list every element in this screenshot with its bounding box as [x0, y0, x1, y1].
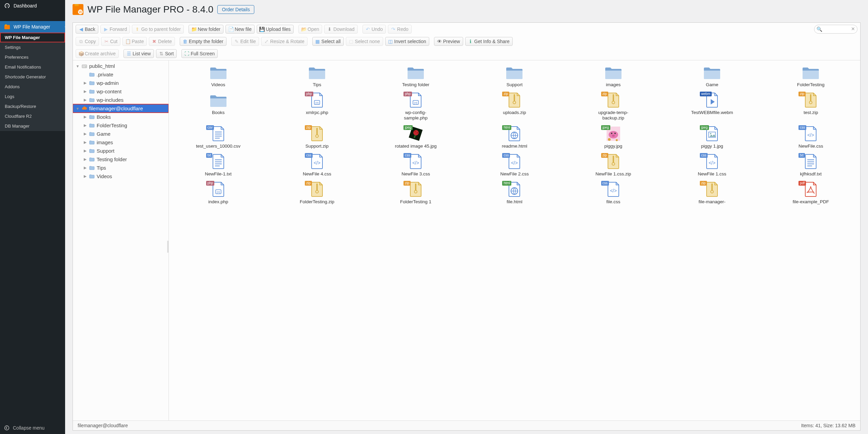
submenu-item-addons[interactable]: Addons — [0, 82, 65, 92]
tree-item-videos[interactable]: ▶Videos — [73, 172, 169, 181]
tree-item-images[interactable]: ▶images — [73, 138, 169, 147]
tree-item-game[interactable]: ▶Game — [73, 130, 169, 138]
tree-item-books[interactable]: ▶Books — [73, 113, 169, 121]
list-button[interactable]: ☰List view — [123, 49, 154, 58]
cut-button[interactable]: ✂Cut — [101, 37, 121, 46]
folder-icon — [89, 89, 95, 94]
tree-item-filemanager-cloudflare[interactable]: ▼filemanager@cloudflare — [73, 104, 169, 113]
file-label: piggy 1.jpg — [701, 144, 723, 149]
file-item[interactable]: </>cssfile.css — [565, 180, 662, 206]
preview-button[interactable]: 👁Preview — [434, 37, 463, 46]
file-item[interactable]: txtkjfhksdf.txt — [762, 152, 860, 178]
open-button[interactable]: 📂Open — [298, 25, 322, 34]
sidebar-item-wp-file-manager[interactable]: WP File Manager — [0, 21, 65, 33]
folder-icon — [307, 64, 327, 81]
file-label: NewFile 1.css.zip — [595, 171, 631, 177]
empty-button[interactable]: 🗑Empty the folder — [180, 37, 226, 46]
file-item[interactable]: </>cssNewFile 4.css — [268, 152, 366, 178]
submenu-item-cloudflare-r2[interactable]: Cloudflare R2 — [0, 111, 65, 121]
file-item[interactable]: jpegpiggy.jpg — [565, 124, 662, 150]
file-item[interactable]: jpegpiggy 1.jpg — [663, 124, 761, 150]
file-item[interactable]: htmlfile.html — [466, 180, 563, 206]
forward-button[interactable]: ▶Forward — [100, 25, 130, 34]
file-item[interactable]: Books — [170, 90, 267, 122]
file-item[interactable]: {α}phpindex.php — [170, 180, 267, 206]
tree-item-tips[interactable]: ▶Tips — [73, 164, 169, 172]
invert-button[interactable]: ◫Invert selection — [385, 37, 429, 46]
submenu-item-backup-restore[interactable]: Backup/Restore — [0, 101, 65, 111]
tree-item-wp-includes[interactable]: ▶wp-includes — [73, 96, 169, 104]
tree-item--private[interactable]: .private — [73, 70, 169, 79]
file-item[interactable]: ziptest.zip — [762, 90, 860, 122]
file-item[interactable]: </>cssNewFile 2.css — [466, 152, 563, 178]
arrow-left-icon: ◀ — [79, 27, 83, 32]
undo-button[interactable]: ↶Undo — [362, 25, 386, 34]
tree-item-wp-admin[interactable]: ▶wp-admin — [73, 79, 169, 87]
submenu-item-shortcode-generator[interactable]: Shortcode Generator — [0, 72, 65, 82]
sort-button[interactable]: ⇅Sort — [156, 49, 177, 58]
file-item[interactable]: {α}phpxmlrpc.php — [268, 90, 366, 122]
file-item[interactable]: zipFolderTesting.zip — [268, 180, 366, 206]
tree-item-wp-content[interactable]: ▶wp-content — [73, 87, 169, 96]
info-button[interactable]: ℹGet Info & Share — [465, 37, 513, 46]
submenu-item-logs[interactable]: Logs — [0, 92, 65, 101]
selectnone-button[interactable]: ▢Select none — [346, 37, 383, 46]
file-item[interactable]: Tips — [268, 62, 366, 89]
copy-button[interactable]: ⧉Copy — [76, 37, 99, 46]
file-item[interactable]: pdffile-example_PDF — [762, 180, 860, 206]
file-item[interactable]: zipFolderTesting 1 — [367, 180, 465, 206]
file-item[interactable]: htmlreadme.html — [466, 124, 563, 150]
submenu-item-email-notifications[interactable]: Email Notifications — [0, 62, 65, 72]
clear-search-icon[interactable]: ✕ — [851, 26, 855, 32]
order-details-button[interactable]: Order Details — [217, 5, 254, 14]
redo-button[interactable]: ↷Redo — [388, 25, 411, 34]
file-item[interactable]: {α}phpwp-config-sample.php — [367, 90, 465, 122]
file-item[interactable]: txtNewFile-1.txt — [170, 152, 267, 178]
up-button[interactable]: ⬆Go to parent folder — [132, 25, 184, 34]
newfolder-button[interactable]: 📁New folder — [189, 25, 223, 34]
selectall-button[interactable]: ▦Select all — [312, 37, 344, 46]
file-item[interactable]: Videos — [170, 62, 267, 89]
collapse-menu[interactable]: Collapse menu — [0, 422, 65, 434]
file-item[interactable]: webmTestWEBMfile.webm — [663, 90, 761, 122]
file-item[interactable]: </>cssNewFile 3.css — [367, 152, 465, 178]
tree-item-support[interactable]: ▶Support — [73, 147, 169, 155]
tree-resize-handle[interactable] — [167, 241, 169, 253]
file-item[interactable]: FolderTesting — [762, 62, 860, 89]
svg-point-33 — [616, 139, 618, 141]
file-item[interactable]: </>cssNewFile.css — [762, 124, 860, 150]
file-item[interactable]: </>cssNewFile 1.css — [663, 152, 761, 178]
archive-button[interactable]: 📦Create archive — [76, 49, 119, 58]
tree-item-testing-folder[interactable]: ▶Testing folder — [73, 155, 169, 164]
file-item[interactable]: Testing folder — [367, 62, 465, 89]
submenu-item-preferences[interactable]: Preferences — [0, 52, 65, 62]
back-button[interactable]: ◀Back — [76, 25, 98, 34]
undo-icon: ↶ — [366, 27, 370, 32]
newfile-button[interactable]: 📄New file — [225, 25, 255, 34]
edit-button[interactable]: ✎Edit file — [231, 37, 259, 46]
tree-item-public-html[interactable]: ▼public_html — [73, 62, 169, 70]
download-button[interactable]: ⬇Download — [324, 25, 357, 34]
resize-button[interactable]: ⤢Resize & Rotate — [261, 37, 308, 46]
file-item[interactable]: Game — [663, 62, 761, 89]
delete-button[interactable]: ✖Delete — [149, 37, 175, 46]
file-item[interactable]: Support — [466, 62, 563, 89]
submenu-item-settings[interactable]: Settings — [0, 42, 65, 52]
archive-icon: 📦 — [79, 51, 83, 56]
sidebar-item-dashboard[interactable]: Dashboard — [0, 0, 65, 12]
file-item[interactable]: jpegrotated image 45.jpg — [367, 124, 465, 150]
paste-button[interactable]: 📋Paste — [122, 37, 147, 46]
file-item[interactable]: zipupgrade-temp-backup.zip — [565, 90, 662, 122]
upload-button[interactable]: 💾Upload files — [257, 25, 294, 34]
file-item[interactable]: zipNewFile 1.css.zip — [565, 152, 662, 178]
file-item[interactable]: zipSupport.zip — [268, 124, 366, 150]
tree-item-foldertesting[interactable]: ▶FolderTesting — [73, 121, 169, 130]
file-item[interactable]: csvtest_users_10000.csv — [170, 124, 267, 150]
file-item[interactable]: images — [565, 62, 662, 89]
submenu-item-db-manager[interactable]: DB Manager — [0, 121, 65, 131]
file-item[interactable]: zipuploads.zip — [466, 90, 563, 122]
submenu-item-wp-file-manager[interactable]: WP File Manager — [0, 33, 65, 42]
fullscreen-button[interactable]: ⛶Full Screen — [181, 49, 218, 58]
file-item[interactable]: zipfile-manager- — [663, 180, 761, 206]
file-label: FolderTesting — [797, 82, 825, 88]
